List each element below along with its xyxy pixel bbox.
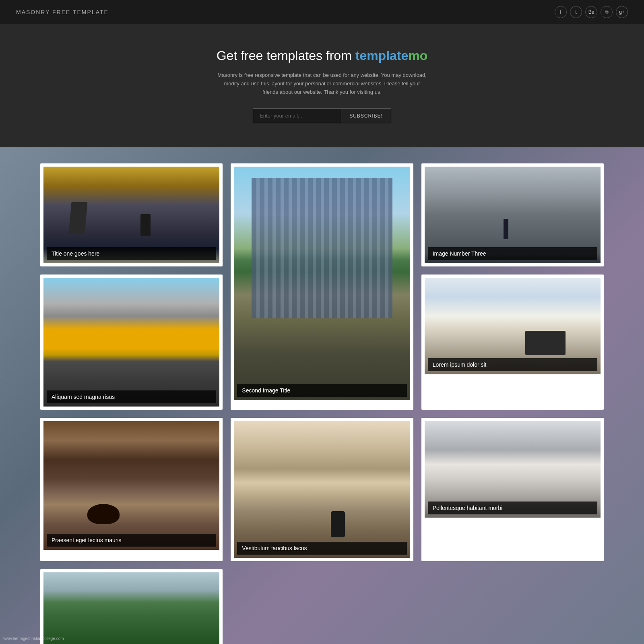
gallery-item-4[interactable]: Aliquam sed magna risus bbox=[40, 275, 223, 410]
image-coffee bbox=[43, 421, 219, 550]
gallery-item-9[interactable]: Donec nec metus non bbox=[40, 569, 223, 644]
footer-watermark: www.heritagechristiancollege.com bbox=[3, 636, 64, 641]
email-input[interactable] bbox=[253, 108, 341, 123]
hero-title: Get free templates from templatemo bbox=[16, 48, 628, 63]
pinterest-icon[interactable]: ♾ bbox=[601, 6, 613, 18]
image-taxis bbox=[43, 278, 219, 407]
gallery-item-2[interactable]: Second Image Title bbox=[231, 163, 413, 410]
caption-8: Pellentesque habitant morbi bbox=[428, 502, 597, 514]
hero-section: Get free templates from templatemo Mason… bbox=[0, 24, 644, 147]
image-city bbox=[234, 167, 410, 400]
caption-3: Image Number Three bbox=[428, 247, 597, 260]
social-icons-group: f t Be ♾ g+ bbox=[555, 6, 628, 18]
caption-4: Aliquam sed magna risus bbox=[47, 390, 216, 403]
brand-logo: MASONRY FREE TEMPLATE bbox=[16, 8, 109, 16]
gallery-item-7[interactable]: Vestibulum faucibus lacus bbox=[231, 418, 413, 561]
hero-description: Masonry is free responsive template that… bbox=[217, 71, 427, 96]
gallery-item-1[interactable]: Title one goes here bbox=[40, 163, 223, 266]
gallery-item-6[interactable]: Praesent eget lectus mauris bbox=[40, 418, 223, 561]
caption-1: Title one goes here bbox=[47, 247, 216, 260]
gallery-section: Title one goes here Second Image Title I… bbox=[0, 147, 644, 644]
brand-name: MASONRY bbox=[16, 9, 50, 15]
behance-icon[interactable]: Be bbox=[585, 6, 597, 18]
googleplus-icon[interactable]: g+ bbox=[616, 6, 628, 18]
brand-template: template bbox=[355, 48, 409, 63]
caption-2: Second Image Title bbox=[237, 384, 407, 397]
caption-5: Lorem ipsum dolor sit bbox=[428, 358, 597, 371]
subscribe-form: SUBSCRIBE! bbox=[16, 108, 628, 123]
image-forest bbox=[43, 572, 219, 644]
brand-mo: mo bbox=[408, 48, 427, 63]
caption-7: Vestibulum faucibus lacus bbox=[237, 542, 407, 555]
gallery-item-3[interactable]: Image Number Three bbox=[421, 163, 604, 266]
image-phone bbox=[234, 421, 410, 558]
gallery-item-8[interactable]: Pellentesque habitant morbi bbox=[421, 418, 604, 561]
facebook-icon[interactable]: f bbox=[555, 6, 567, 18]
twitter-icon[interactable]: t bbox=[570, 6, 582, 18]
gallery-item-5[interactable]: Lorem ipsum dolor sit bbox=[421, 275, 604, 410]
navbar: MASONRY FREE TEMPLATE f t Be ♾ g+ bbox=[0, 0, 644, 24]
masonry-grid: Title one goes here Second Image Title I… bbox=[40, 163, 604, 644]
subscribe-button[interactable]: SUBSCRIBE! bbox=[341, 108, 391, 123]
caption-6: Praesent eget lectus mauris bbox=[47, 534, 216, 547]
brand-subtitle: FREE TEMPLATE bbox=[52, 9, 109, 15]
